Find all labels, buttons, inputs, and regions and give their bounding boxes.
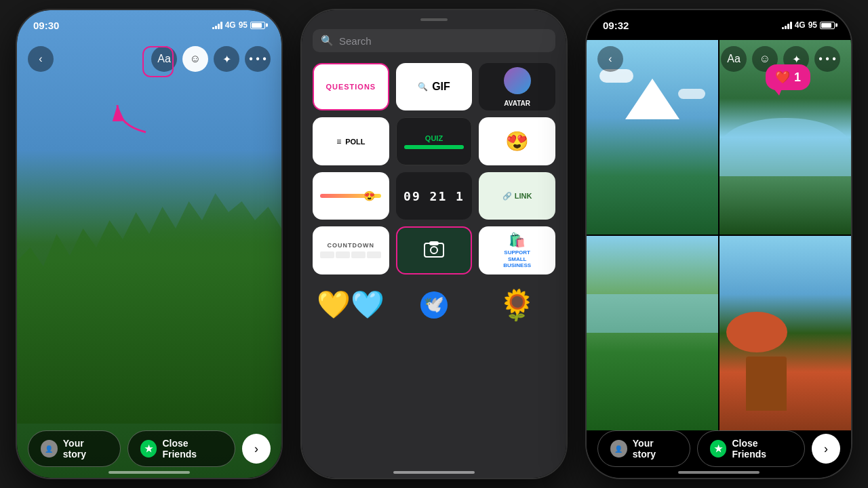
emoji-icon: 😍 xyxy=(505,130,529,152)
signal-bars-icon-3 xyxy=(782,21,792,29)
signal-bars-icon xyxy=(212,21,222,29)
sparkle-icon-3: ✦ xyxy=(792,53,801,66)
drag-handle[interactable] xyxy=(420,18,448,21)
svg-text:🕊️: 🕊️ xyxy=(424,294,444,314)
back-icon: ‹ xyxy=(39,53,42,65)
user-avatar: 👤 xyxy=(41,440,58,458)
heart-icon: ❤️ xyxy=(775,70,790,85)
story-toolbar-3: ‹ Aa ☺ ✦ • • • xyxy=(587,40,851,78)
questions-sticker[interactable]: QUESTIONS xyxy=(313,63,389,110)
battery-icon-3 xyxy=(820,22,835,29)
status-bar: 09:30 4G 95 xyxy=(17,10,281,40)
timer-label: 09 21 1 xyxy=(403,189,465,203)
like-count: 1 xyxy=(794,70,801,85)
back-button-3[interactable]: ‹ xyxy=(597,46,623,72)
emoji-sticker[interactable]: 😍 xyxy=(479,117,555,165)
home-indicator-3 xyxy=(678,471,760,474)
more-tool-button[interactable]: • • • xyxy=(245,46,271,72)
avatar-sticker[interactable]: AVATAR xyxy=(479,63,555,110)
highlight-box xyxy=(142,46,174,77)
photo-collage xyxy=(587,40,851,430)
search-bar[interactable]: 🔍 Search xyxy=(313,29,555,52)
status-time: 09:30 xyxy=(33,20,59,31)
next-icon-3: › xyxy=(824,442,828,456)
gif-search-icon: 🔍 xyxy=(418,82,428,92)
close-friends-icon-3: ★ xyxy=(710,440,727,458)
link-label: LINK xyxy=(515,192,532,200)
network-type-3: 4G xyxy=(795,20,806,30)
more-tool-button-3[interactable]: • • • xyxy=(814,46,840,72)
back-button[interactable]: ‹ xyxy=(28,46,54,72)
home-indicator xyxy=(108,471,190,474)
timer-sticker[interactable]: 09 21 1 xyxy=(396,172,473,220)
avatar-icon xyxy=(504,67,531,94)
dove-sticker[interactable]: 🕊️ xyxy=(396,281,473,329)
home-indicator-2 xyxy=(393,471,475,474)
text-icon-3: Aa xyxy=(727,53,741,65)
next-icon: › xyxy=(254,442,258,456)
poll-label: POLL xyxy=(345,138,365,146)
phone-2: 🔍 Search QUESTIONS 🔍 GIF AVATAR xyxy=(302,10,566,478)
your-story-button[interactable]: 👤 Your story xyxy=(28,430,121,467)
reaction-sticker[interactable]: 😍 xyxy=(313,172,389,220)
face-icon: ☺ xyxy=(190,53,201,65)
text-tool-button-3[interactable]: Aa xyxy=(721,46,747,72)
peace-sticker[interactable]: 🌻 xyxy=(479,281,555,329)
sparkle-tool-button[interactable]: ✦ xyxy=(214,46,239,72)
battery-level: 95 xyxy=(239,20,248,30)
countdown-grid xyxy=(320,251,381,258)
next-button-3[interactable]: › xyxy=(812,434,840,464)
link-sticker[interactable]: 🔗 LINK xyxy=(479,172,555,220)
valley-photo xyxy=(587,236,718,430)
questions-label: QUESTIONS xyxy=(326,83,376,91)
quiz-label: QUIZ xyxy=(425,134,443,142)
quiz-sticker[interactable]: QUIZ xyxy=(396,117,473,165)
close-friends-label-3: Close Friends xyxy=(732,438,791,460)
close-friends-icon: ★ xyxy=(140,440,157,458)
red-arrow-2 xyxy=(457,226,472,237)
your-story-button-3[interactable]: 👤 Your story xyxy=(597,430,690,467)
cloud-2 xyxy=(678,89,705,99)
red-arrow xyxy=(105,92,159,146)
user-avatar-3: 👤 xyxy=(610,440,627,458)
face-icon-3: ☺ xyxy=(760,53,770,65)
back-icon-3: ‹ xyxy=(608,53,612,65)
like-badge: ❤️ 1 xyxy=(766,64,810,90)
search-icon: 🔍 xyxy=(321,35,334,47)
status-bar-3: 09:32 4G 95 xyxy=(587,10,851,40)
gif-sticker[interactable]: 🔍 GIF xyxy=(396,63,473,110)
dove-icon: 🕊️ xyxy=(414,288,454,322)
status-icons: 4G 95 xyxy=(212,20,265,30)
face-tool-button[interactable]: ☺ xyxy=(182,46,208,72)
ukraine-heart-sticker[interactable]: 💛🩵 xyxy=(313,281,389,329)
countdown-label: COUNTDOWN xyxy=(328,242,375,249)
close-friends-button[interactable]: ★ Close Friends xyxy=(127,430,235,467)
support-sticker[interactable]: 🛍️ SUPPORTSMALLBUSINESS xyxy=(479,226,555,274)
tree-canopy xyxy=(726,312,787,352)
photo-sticker[interactable] xyxy=(396,226,473,274)
countdown-sticker[interactable]: COUNTDOWN xyxy=(313,226,389,274)
ukraine-heart-icon: 💛🩵 xyxy=(317,289,384,321)
support-bag-icon: 🛍️ xyxy=(509,232,526,248)
phone-1: 09:30 4G 95 ‹ A xyxy=(17,10,281,478)
close-friends-button-3[interactable]: ★ Close Friends xyxy=(697,430,805,467)
close-friends-label: Close Friends xyxy=(162,438,222,460)
sticker-grid: QUESTIONS 🔍 GIF AVATAR ≡ POLL QUIZ xyxy=(313,63,555,329)
bottom-bar-3: 👤 Your story ★ Close Friends › xyxy=(587,430,851,467)
more-icon-3: • • • xyxy=(818,53,836,65)
snow-peak xyxy=(625,79,679,119)
battery-level-3: 95 xyxy=(808,20,817,30)
gif-label: GIF xyxy=(432,81,450,93)
quiz-bar xyxy=(404,145,465,149)
more-icon: • • • xyxy=(249,53,267,65)
link-icon: 🔗 xyxy=(502,192,512,201)
sparkle-icon: ✦ xyxy=(222,53,231,66)
battery-icon xyxy=(250,22,265,29)
lake-reflection xyxy=(719,118,851,176)
valley-sky xyxy=(587,294,718,333)
next-button[interactable]: › xyxy=(242,434,271,464)
tree-trunk xyxy=(746,357,787,411)
photo-icon xyxy=(423,239,445,261)
your-story-label: Your story xyxy=(63,438,108,460)
poll-sticker[interactable]: ≡ POLL xyxy=(313,117,389,165)
